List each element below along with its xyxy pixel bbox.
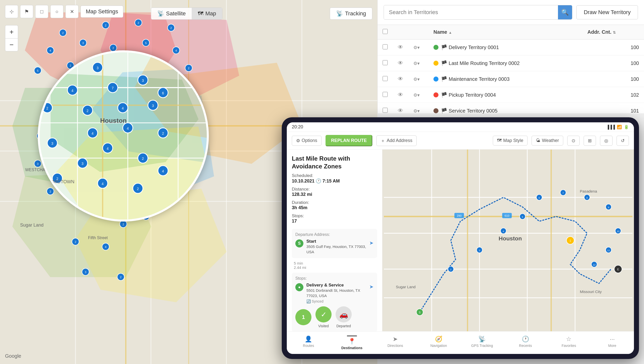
svg-text:2: 2: [120, 276, 122, 279]
tracking-button[interactable]: 📡 Tracking: [330, 8, 372, 20]
nav-item-routes[interactable]: 👤 Routes: [287, 334, 330, 351]
row-name-cell: 🏴 Pickup Territory 0004: [428, 87, 582, 103]
add-address-button[interactable]: ＋ Add Address: [376, 135, 417, 146]
row-checkbox[interactable]: [383, 92, 388, 97]
sort-icon[interactable]: ▲: [449, 30, 452, 34]
time-distance-1: 5 min 2.44 mi: [294, 261, 377, 270]
cursor-tool-button[interactable]: ⊹: [5, 5, 18, 18]
circle-tool-button[interactable]: ○: [50, 5, 63, 18]
numbered-circle[interactable]: 1: [295, 309, 311, 325]
svg-text:2: 2: [70, 64, 71, 67]
nav-item-gps-tracking[interactable]: 📡 GPS Tracking: [460, 334, 504, 351]
row-checkbox-cell: [378, 103, 393, 119]
map-settings-button[interactable]: Map Settings: [80, 6, 123, 18]
territory-panel: 🔍 Draw New Territory Name ▲ Addr: [377, 0, 644, 113]
close-tool-button[interactable]: ✕: [65, 5, 78, 18]
visibility-icon[interactable]: 👁: [398, 44, 403, 50]
map-style-icon: 🗺: [497, 138, 502, 143]
svg-text:2: 2: [123, 223, 124, 226]
table-row: 👁 ⚙▾ 🏴 Maintenance Territory 0003 100: [378, 71, 644, 87]
svg-text:2: 2: [188, 67, 189, 70]
departure-nav-icon[interactable]: ➤: [369, 240, 374, 246]
nav-item-favorites[interactable]: ☆ Favorites: [547, 334, 591, 351]
nav-item-directions[interactable]: ➤ Directions: [374, 334, 417, 351]
visibility-icon[interactable]: 👁: [398, 76, 403, 82]
draw-territory-button[interactable]: Draw New Territory: [576, 5, 638, 19]
zoom-fit-button[interactable]: ⊞: [584, 136, 596, 146]
nav-label: Recents: [519, 344, 532, 348]
nav-item-recents[interactable]: 🕐 Recents: [504, 334, 547, 351]
tablet-toolbar: ⚙ Options REPLAN ROUTE ＋ Add Address 🗺 M…: [287, 132, 634, 150]
svg-text:Pasadena: Pasadena: [580, 189, 597, 193]
addr-sort-icon[interactable]: ⇅: [613, 30, 616, 34]
row-checkbox[interactable]: [383, 60, 388, 65]
nav-label: Favorites: [561, 344, 576, 348]
svg-text:Houston: Houston: [499, 235, 522, 242]
rect-tool-button[interactable]: □: [35, 5, 48, 18]
svg-text:6: 6: [539, 196, 540, 199]
svg-text:4: 4: [71, 89, 73, 93]
row-checkbox-cell: [378, 87, 393, 103]
options-button[interactable]: ⚙ Options: [292, 136, 321, 146]
weather-button[interactable]: 🌤 Weather: [532, 136, 563, 145]
nav-item-navigation[interactable]: 🧭 Navigation: [417, 334, 461, 351]
row-gear-cell: ⚙▾: [408, 55, 428, 71]
nav-item-destinations[interactable]: 📍 Destinations: [330, 334, 374, 351]
table-row: 👁 ⚙▾ 🏴 Service Territory 0005 101: [378, 103, 644, 119]
map-view-button[interactable]: 🗺 Map: [192, 8, 222, 19]
tablet-status-bar: 20:20 ▐▐▐ 📶 🔋: [287, 122, 634, 132]
row-checkbox[interactable]: [383, 44, 388, 49]
flag-tool-button[interactable]: ⚑: [20, 5, 33, 18]
visibility-icon[interactable]: 👁: [398, 107, 403, 114]
visibility-icon[interactable]: 👁: [398, 60, 403, 66]
col-eye: [393, 25, 408, 40]
stops-title: Stops:: [295, 276, 374, 281]
signal-icon: 📶: [617, 125, 622, 129]
search-input[interactable]: [384, 6, 558, 19]
map-style-button[interactable]: 🗺 Map Style: [493, 136, 528, 145]
satellite-view-button[interactable]: 📡 Satellite: [151, 8, 192, 19]
google-logo: Google: [5, 353, 21, 359]
svg-text:Fifth Street: Fifth Street: [88, 236, 108, 240]
row-gear-cell: ⚙▾: [408, 40, 428, 55]
nav-item-more[interactable]: ··· More: [591, 334, 634, 351]
departure-info: Start 3505 Gulf Fwy, Houston, TX 77003, …: [306, 239, 366, 254]
stop-nav-icon-1[interactable]: ➤: [369, 284, 374, 290]
recenter-button[interactable]: ⊙: [567, 136, 580, 146]
locate-button[interactable]: ◎: [600, 136, 613, 146]
search-button[interactable]: 🔍: [558, 5, 572, 19]
search-input-wrap: 🔍: [384, 5, 572, 20]
settings-icon[interactable]: ⚙▾: [413, 108, 420, 114]
visibility-icon[interactable]: 👁: [398, 92, 403, 98]
nav-icon: 🕐: [522, 336, 529, 343]
svg-text:2: 2: [87, 109, 89, 113]
territory-header: 🔍 Draw New Territory: [378, 0, 644, 25]
start-dot: S: [295, 239, 303, 247]
svg-text:2: 2: [50, 190, 51, 193]
nav-icon: 📍: [348, 338, 356, 345]
row-eye-cell: 👁: [393, 55, 408, 71]
svg-text:2: 2: [170, 26, 172, 29]
nav-label: Routes: [303, 344, 314, 348]
visited-circle[interactable]: ✓: [315, 306, 332, 322]
replan-route-button[interactable]: REPLAN ROUTE: [326, 135, 372, 146]
visited-label: Visited: [318, 324, 329, 328]
svg-text:290: 290: [457, 214, 462, 217]
svg-text:4: 4: [107, 147, 109, 151]
settings-icon[interactable]: ⚙▾: [413, 45, 420, 50]
row-checkbox[interactable]: [383, 76, 388, 81]
zoom-in-button[interactable]: +: [5, 25, 18, 38]
departed-circle[interactable]: 🚗: [336, 306, 352, 322]
svg-text:3: 3: [97, 66, 99, 70]
refresh-button[interactable]: ↺: [617, 136, 629, 146]
color-indicator: [433, 61, 438, 66]
wifi-icon: ▐▐▐: [606, 125, 615, 129]
settings-icon[interactable]: ⚙▾: [413, 93, 420, 98]
settings-icon[interactable]: ⚙▾: [413, 77, 420, 82]
zoom-out-button[interactable]: −: [5, 38, 18, 51]
settings-icon[interactable]: ⚙▾: [413, 61, 420, 66]
select-all-checkbox[interactable]: [383, 29, 388, 34]
row-checkbox[interactable]: [383, 108, 388, 113]
color-indicator: [433, 77, 438, 82]
row-checkbox-cell: [378, 71, 393, 87]
